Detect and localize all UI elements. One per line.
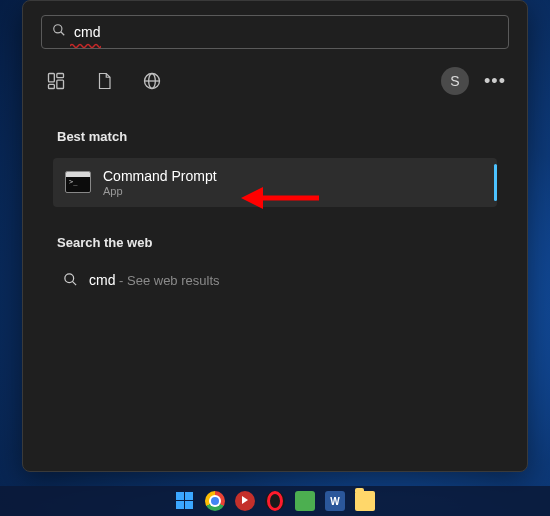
web-result-suffix: - See web results: [115, 273, 219, 288]
filter-row: S •••: [23, 49, 527, 107]
svg-point-0: [54, 25, 62, 33]
svg-line-1: [61, 32, 65, 36]
result-subtitle: App: [103, 185, 217, 197]
search-icon: [63, 272, 79, 288]
avatar-initial: S: [450, 73, 459, 89]
best-match-result[interactable]: Command Prompt App: [53, 158, 497, 207]
search-box[interactable]: [41, 15, 509, 49]
taskbar-word-icon[interactable]: W: [325, 491, 345, 511]
search-row: [41, 15, 509, 49]
result-title: Command Prompt: [103, 168, 217, 185]
start-button[interactable]: [175, 491, 195, 511]
search-panel: S ••• Best match Command Prompt App Sear…: [22, 0, 528, 472]
taskbar-app-icon[interactable]: [295, 491, 315, 511]
taskbar: W: [0, 486, 550, 516]
svg-line-12: [72, 282, 76, 286]
taskbar-opera-icon[interactable]: [265, 491, 285, 511]
svg-rect-4: [57, 80, 64, 88]
filter-web-icon[interactable]: [141, 70, 163, 92]
svg-point-11: [65, 274, 74, 283]
spelling-squiggle: [70, 43, 101, 49]
web-result-term: cmd: [89, 272, 115, 288]
filter-documents-icon[interactable]: [93, 70, 115, 92]
svg-rect-3: [57, 74, 64, 78]
search-icon: [52, 23, 66, 41]
taskbar-file-explorer-icon[interactable]: [355, 491, 375, 511]
filter-apps-icon[interactable]: [45, 70, 67, 92]
command-prompt-icon: [65, 171, 91, 193]
search-input[interactable]: [74, 24, 498, 40]
taskbar-youtube-music-icon[interactable]: [235, 491, 255, 511]
svg-rect-5: [49, 84, 55, 88]
more-options-button[interactable]: •••: [485, 71, 505, 91]
section-search-web-label: Search the web: [23, 207, 527, 264]
user-avatar[interactable]: S: [441, 67, 469, 95]
svg-rect-2: [49, 74, 55, 82]
web-search-result[interactable]: cmd - See web results: [23, 264, 527, 288]
section-best-match-label: Best match: [23, 107, 527, 158]
taskbar-chrome-icon[interactable]: [205, 491, 225, 511]
